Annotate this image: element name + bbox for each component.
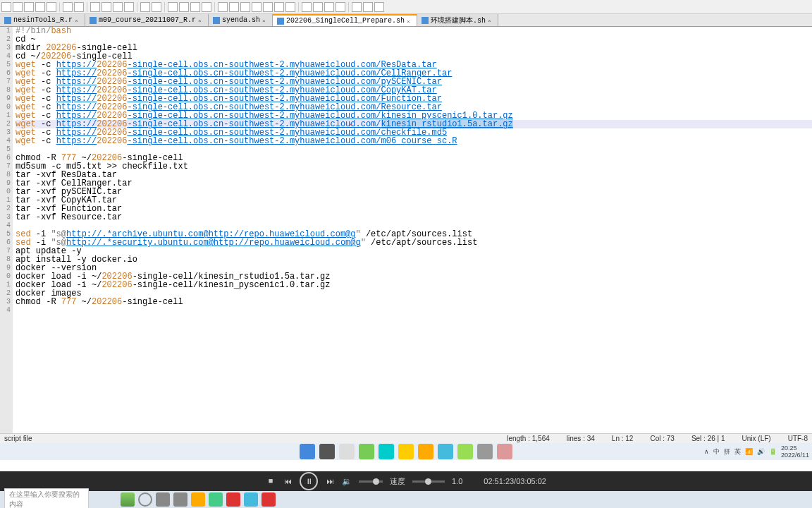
document-tab[interactable]: m09_course_20211007_R.r× (85, 14, 209, 26)
wifi-icon[interactable]: 📶 (745, 448, 753, 455)
line-number: 4 (0, 306, 11, 315)
close-icon[interactable]: × (262, 18, 268, 23)
code-line[interactable]: docker load -i ~/202206-single-cell/kine… (16, 281, 812, 289)
toolbar-button[interactable] (90, 2, 100, 12)
taskbar-app-icon[interactable] (209, 492, 223, 507)
toolbar-button[interactable] (124, 2, 134, 12)
toolbar-button[interactable] (24, 2, 34, 12)
toolbar-button[interactable] (302, 2, 312, 12)
taskbar-app-icon[interactable] (300, 444, 315, 459)
code-line[interactable]: chmod -R 777 ~/202206-single-cell (16, 298, 812, 306)
toolbar-button[interactable] (179, 2, 189, 12)
taskbar-app-icon[interactable] (319, 444, 335, 459)
line-number: 0 (0, 103, 11, 111)
taskbar-app-icon[interactable] (418, 444, 433, 459)
line-number: 9 (0, 95, 11, 103)
toolbar-button[interactable] (374, 2, 384, 12)
code-line[interactable]: tar -xvf Resource.tar (16, 213, 812, 222)
taskbar-app-icon[interactable] (457, 444, 473, 459)
taskbar-app-icon[interactable] (226, 492, 240, 507)
taskbar-app-icon[interactable] (244, 492, 258, 507)
toolbar-button[interactable] (168, 2, 178, 12)
taskbar-app-icon[interactable] (497, 444, 512, 459)
toolbar-button[interactable] (240, 2, 250, 12)
toolbar-button[interactable] (336, 2, 345, 12)
toolbar-button[interactable] (285, 2, 295, 12)
taskbar-app-icon[interactable] (339, 444, 355, 459)
pause-button[interactable]: ⏸ (300, 472, 318, 490)
toolbar-button[interactable] (113, 2, 123, 12)
taskbar-app-icon[interactable] (121, 492, 135, 507)
stop-button[interactable]: ■ (266, 476, 276, 486)
toolbar-button[interactable] (229, 2, 239, 12)
code-line[interactable]: #!/bin/bash (16, 27, 812, 35)
ime-indicator[interactable]: 中 (713, 447, 720, 456)
code-editor[interactable]: 1234567890123456789012345678901234 #!/bi… (0, 27, 812, 433)
taskbar-app-icon[interactable] (173, 492, 187, 507)
volume-icon[interactable]: 🔉 (342, 476, 352, 486)
toolbar-button[interactable] (47, 2, 56, 12)
toolbar-button[interactable] (324, 2, 334, 12)
code-line[interactable]: tar -xvf pySCENIC.tar (16, 188, 812, 196)
code-line[interactable] (16, 306, 812, 315)
volume-icon[interactable]: 🔊 (757, 448, 765, 455)
close-icon[interactable]: × (75, 18, 80, 23)
toolbar-button[interactable] (218, 2, 228, 12)
code-line[interactable]: mkdir 202206-single-cell (16, 44, 812, 52)
taskbar-app-icon[interactable] (191, 492, 205, 507)
toolbar-button[interactable] (190, 2, 200, 12)
line-number: 4 (0, 137, 11, 145)
code-line[interactable]: tar -xvf Function.tar (16, 205, 812, 213)
taskbar-app-icon[interactable] (156, 492, 170, 507)
next-button[interactable]: ⏭ (325, 476, 335, 486)
search-input[interactable]: 在这里输入你要搜索的内容 (4, 488, 89, 508)
toolbar-button[interactable] (1, 2, 11, 12)
volume-slider[interactable] (359, 480, 383, 483)
prev-button[interactable]: ⏮ (283, 476, 293, 486)
document-tab[interactable]: syenda.sh× (209, 14, 273, 26)
code-content[interactable]: #!/bin/bashcd ~mkdir 202206-single-cellc… (16, 27, 812, 315)
circle-icon[interactable] (138, 492, 152, 507)
toolbar-button[interactable] (102, 2, 111, 12)
toolbar-button[interactable] (313, 2, 323, 12)
battery-icon[interactable]: 🔋 (769, 448, 777, 455)
toolbar-button[interactable] (63, 2, 73, 12)
toolbar-button[interactable] (274, 2, 284, 12)
lang-indicator[interactable]: 英 (734, 447, 741, 456)
toolbar-button[interactable] (13, 2, 23, 12)
taskbar-app-icon[interactable] (477, 444, 493, 459)
taskbar-app-icon[interactable] (398, 444, 414, 459)
toolbar-button[interactable] (263, 2, 273, 12)
taskbar-app-icon[interactable] (438, 444, 453, 459)
code-line[interactable]: tar -xvf CellRanger.tar (16, 179, 812, 188)
document-tab[interactable]: nesinTools_R.r× (0, 14, 85, 26)
code-line[interactable]: tar -xvf CopyKAT.tar (16, 196, 812, 205)
taskbar-app-icon[interactable] (379, 444, 394, 459)
toolbar-button[interactable] (74, 2, 84, 12)
toolbar-button[interactable] (140, 2, 150, 12)
toolbar-button[interactable] (363, 2, 373, 12)
code-line[interactable]: tar -xvf ResData.tar (16, 171, 812, 179)
close-icon[interactable]: × (488, 18, 493, 23)
taskbar-app-icon[interactable] (359, 444, 374, 459)
clock[interactable]: 20:252022/6/11 (781, 445, 809, 459)
code-line[interactable]: wget -c https://202206-single-cell.obs.c… (16, 137, 812, 145)
input-indicator[interactable]: 拼 (724, 447, 730, 456)
code-line[interactable]: sed -i "s@http://.*security.ubuntu.com@h… (16, 238, 812, 247)
line-number: 1 (0, 281, 11, 289)
toolbar-button[interactable] (202, 2, 211, 12)
code-line[interactable]: apt install -y docker.io (16, 255, 812, 264)
close-icon[interactable]: × (198, 18, 204, 23)
document-tab[interactable]: 环境搭建脚本.sh× (417, 14, 498, 26)
tray-icon[interactable]: ∧ (704, 448, 709, 455)
line-number: 1 (0, 27, 11, 35)
taskbar-app-icon[interactable] (262, 492, 276, 507)
toolbar-button[interactable] (252, 2, 262, 12)
code-line[interactable]: md5sum -c md5.txt >> checkfile.txt (16, 162, 812, 171)
document-tab[interactable]: 202206_SingleCell_Prepare.sh× (273, 14, 417, 26)
toolbar-button[interactable] (35, 2, 45, 12)
toolbar-button[interactable] (352, 2, 362, 12)
speed-slider[interactable] (412, 480, 445, 483)
toolbar-button[interactable] (152, 2, 161, 12)
close-icon[interactable]: × (407, 18, 412, 24)
